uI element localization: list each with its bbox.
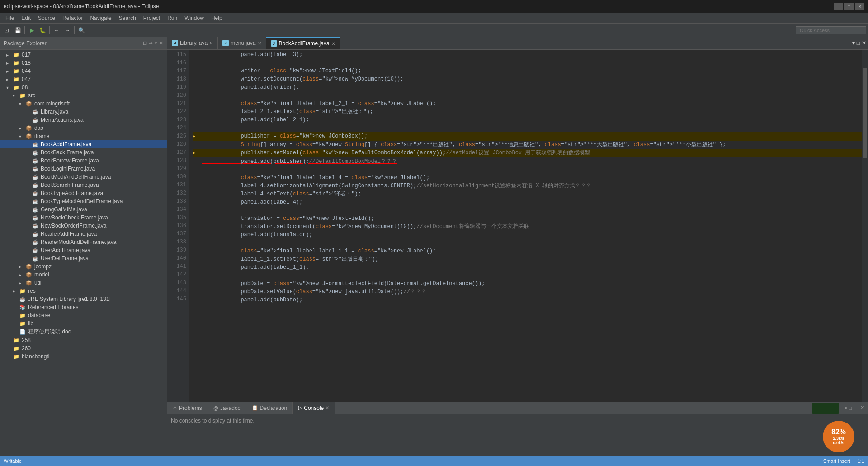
bottom-tb-btn4[interactable]: ✕ — [860, 405, 864, 411]
tree-item-model[interactable]: ▸📦model — [0, 271, 167, 279]
close-button[interactable]: ✕ — [855, 3, 864, 10]
tree-item-BookTypeAddIFrame.java[interactable]: ☕BookTypeAddIFrame.java — [0, 189, 167, 197]
tree-item-BookSearchIFrame.java[interactable]: ☕BookSearchIFrame.java — [0, 181, 167, 189]
menu-run[interactable]: Run — [164, 14, 181, 22]
tree-item-icon: 📦 — [25, 124, 33, 132]
tab-max-icon[interactable]: □ — [857, 40, 860, 46]
tree-item-bianchengti[interactable]: 📁bianchengti — [0, 352, 167, 361]
tab-chevron-icon[interactable]: ▾ — [852, 40, 855, 46]
tree-item-258[interactable]: 📁258 — [0, 336, 167, 344]
btab-console[interactable]: ▷ Console ✕ — [293, 402, 335, 414]
code-content[interactable]: panel.add(label_3); writer = class="kw">… — [189, 50, 862, 402]
tree-item-047[interactable]: ▸📁047 — [0, 75, 167, 83]
tab-bookaddframe-close[interactable]: ✕ — [331, 41, 335, 46]
tree-item-NewBookOrderIFrame.java[interactable]: ☕NewBookOrderIFrame.java — [0, 222, 167, 230]
tree-item-dao[interactable]: ▸📦dao — [0, 124, 167, 132]
tb-back[interactable]: ← — [52, 25, 61, 35]
bottom-tb-btn3[interactable]: — — [854, 405, 859, 411]
menu-edit[interactable]: Edit — [18, 14, 34, 22]
network-percent: 82% — [831, 428, 846, 436]
tree-item-BookTypeModiAndDellFrame.java[interactable]: ☕BookTypeModiAndDellFrame.java — [0, 197, 167, 205]
tree-item-BookLoginIFrame.java[interactable]: ☕BookLoginIFrame.java — [0, 165, 167, 173]
tb-debug[interactable]: 🐛 — [38, 25, 47, 35]
tree-item-BookBackIFrame.java[interactable]: ☕BookBackIFrame.java — [0, 148, 167, 157]
tree-item-res[interactable]: ▸📁res — [0, 287, 167, 295]
tree-item-ReaderModiAndDellFrame.java[interactable]: ☕ReaderModiAndDellFrame.java — [0, 238, 167, 246]
tree-item-lib[interactable]: 📁lib — [0, 319, 167, 328]
tree-item-label: BookTypeModiAndDellFrame.java — [41, 198, 123, 204]
menu-window[interactable]: Window — [181, 14, 208, 22]
tree-item-database[interactable]: 📁database — [0, 311, 167, 319]
tree-item-08[interactable]: ▾📁08 — [0, 83, 167, 91]
tree-item-044[interactable]: ▸📁044 — [0, 67, 167, 75]
menu-navigate[interactable]: Navigate — [86, 14, 115, 22]
pe-link-icon[interactable]: ⇔ — [149, 40, 153, 46]
tree-item-017[interactable]: ▸📁017 — [0, 51, 167, 59]
scroll-thumb[interactable] — [863, 68, 867, 158]
tb-save[interactable]: 💾 — [13, 25, 23, 35]
tree-item-BookBorrowIFrame.java[interactable]: ☕BookBorrowIFrame.java — [0, 157, 167, 165]
menu-search[interactable]: Search — [115, 14, 140, 22]
tb-forward[interactable]: → — [62, 25, 72, 35]
btab-problems[interactable]: ⚠ Problems — [167, 402, 208, 414]
tb-run[interactable]: ▶ — [27, 25, 37, 35]
menu-file[interactable]: File — [2, 14, 18, 22]
tb-search[interactable]: 🔍 — [76, 25, 86, 35]
tree-item-ReaderAddIFrame.java[interactable]: ☕ReaderAddIFrame.java — [0, 230, 167, 238]
tree-item-util[interactable]: ▸📦util — [0, 279, 167, 287]
menu-source[interactable]: Source — [34, 14, 59, 22]
tree-item-com.mingrisoft[interactable]: ▾📦com.mingrisoft — [0, 100, 167, 108]
bottom-tb-btn1[interactable]: ⇥ — [843, 405, 847, 411]
tab-library[interactable]: J Library.java ✕ — [167, 37, 218, 49]
quick-access-input[interactable] — [796, 26, 866, 34]
tb-new[interactable]: ⊡ — [2, 25, 12, 35]
btab-javadoc[interactable]: @ Javadoc — [208, 402, 246, 414]
pe-close-icon[interactable]: ✕ — [159, 40, 163, 46]
tree-item-jcompz[interactable]: ▸📦jcompz — [0, 262, 167, 271]
code-line-116 — [193, 59, 862, 67]
console-close[interactable]: ✕ — [326, 405, 329, 410]
tree-item-icon: 📄 — [19, 328, 26, 336]
code-line-119: panel.add(writer); — [193, 83, 862, 91]
code-line-145: panel.add(pubDate); — [193, 296, 862, 304]
minimize-button[interactable]: — — [834, 3, 843, 10]
menu-project[interactable]: Project — [140, 14, 164, 22]
tab-library-close[interactable]: ✕ — [209, 41, 213, 46]
tree-item-MenuActions.java[interactable]: ☕MenuActions.java — [0, 116, 167, 124]
tree-item-label: src — [28, 92, 35, 99]
tree-item-JRE-System-Library-jre1.8.0_131[interactable]: ☕JRE System Library [jre1.8.0_131] — [0, 295, 167, 303]
tree-item-icon: 📦 — [25, 263, 33, 270]
tab-menu[interactable]: J menu.java ✕ — [218, 37, 266, 49]
tree-item-label: 程序使用说明.doc — [28, 328, 71, 336]
tree-item-018[interactable]: ▸📁018 — [0, 59, 167, 67]
tab-close-all-icon[interactable]: ✕ — [862, 40, 866, 46]
tree-item-src[interactable]: ▾📁src — [0, 91, 167, 100]
tree-item-BookAddIFrame.java[interactable]: ☕BookAddIFrame.java — [0, 140, 167, 148]
tree-item-iframe[interactable]: ▾📦iframe — [0, 132, 167, 140]
menu-refactor[interactable]: Refactor — [59, 14, 86, 22]
tree-item-Library.java[interactable]: ☕Library.java — [0, 108, 167, 116]
maximize-button[interactable]: □ — [844, 3, 854, 10]
tree-item-NewBookCheckIFrame.java[interactable]: ☕NewBookCheckIFrame.java — [0, 214, 167, 222]
code-text-141: panel.add(label_1_1); — [202, 263, 309, 271]
tab-menu-close[interactable]: ✕ — [258, 41, 261, 46]
btab-declaration[interactable]: 📋 Declaration — [246, 402, 293, 414]
tree-item-260[interactable]: 📁260 — [0, 344, 167, 352]
tab-bookaddiframe-label: BookAddIFrame.java — [279, 40, 330, 47]
tree-item-程序使用说明.doc[interactable]: 📄程序使用说明.doc — [0, 328, 167, 336]
line-number-122: 122 — [167, 108, 186, 116]
tree-item-Referenced-Libraries[interactable]: 📚Referenced Libraries — [0, 303, 167, 311]
tree-item-UserDellFrame.java[interactable]: ☕UserDellFrame.java — [0, 254, 167, 262]
code-line-138 — [193, 239, 862, 247]
pe-collapse-icon[interactable]: ⊟ — [143, 40, 147, 46]
btab-declaration-label: Declaration — [260, 405, 288, 411]
tab-bookaddiframe[interactable]: J BookAddIFrame.java ✕ — [266, 37, 340, 49]
tree-item-BookModiAndDellFrame.java[interactable]: ☕BookModiAndDellFrame.java — [0, 173, 167, 181]
editor-scrollbar[interactable] — [862, 50, 868, 402]
menu-help[interactable]: Help — [208, 14, 226, 22]
line-number-118: 118 — [167, 75, 186, 83]
bottom-tb-btn2[interactable]: □ — [849, 405, 852, 411]
tree-item-GengGaiMiMa.java[interactable]: ☕GengGaiMiMa.java — [0, 205, 167, 214]
tree-item-UserAddIFrame.java[interactable]: ☕UserAddIFrame.java — [0, 246, 167, 254]
pe-menu-icon[interactable]: ▾ — [155, 40, 157, 46]
